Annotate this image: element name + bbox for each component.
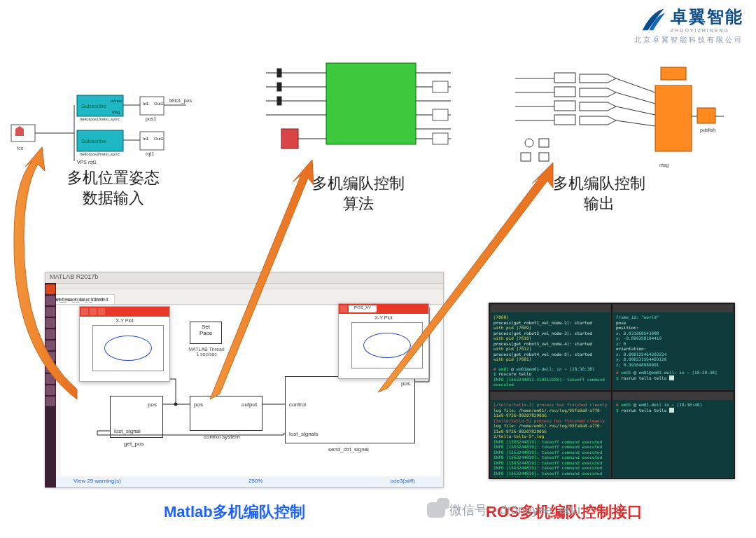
svg-line-58 — [616, 106, 655, 115]
label-algorithm: 多机编队控制算法 — [302, 174, 414, 214]
svg-rect-64 — [521, 153, 531, 161]
mini-diagram-algorithm — [266, 60, 462, 165]
svg-text:/tello/pos2/twist_sync: /tello/pos2/twist_sync — [80, 152, 120, 156]
ubuntu-launcher[interactable] — [45, 283, 56, 488]
svg-text:VPS rqt1: VPS rqt1 — [77, 160, 97, 165]
svg-rect-31 — [277, 83, 281, 91]
matlab-tabs: vel_swa_four_circle4 — [46, 289, 443, 305]
svg-line-57 — [616, 92, 655, 104]
svg-text:In1: In1 — [143, 102, 149, 106]
svg-text:Out1: Out1 — [154, 102, 164, 106]
simulink-canvas[interactable]: SetPace MATLAB Thread1 sec/sec pos lost_… — [61, 306, 440, 476]
matlab-titlebar: MATLAB R2017b — [46, 273, 443, 284]
svg-text:msg: msg — [659, 163, 668, 168]
terminal-1[interactable]: [7068] process[get_robot1_vel_node-2]: s… — [490, 304, 611, 390]
svg-rect-27 — [281, 129, 298, 149]
label-output: 多机编队控制输出 — [543, 174, 655, 214]
plot-window-2[interactable]: POS_XY X-Y Plot — [338, 303, 429, 379]
ros-screenshot: [7068] process[get_robot1_vel_node-2]: s… — [489, 303, 735, 479]
svg-rect-46 — [655, 85, 692, 151]
svg-text:Subscribe: Subscribe — [81, 138, 106, 144]
svg-text:In1: In1 — [143, 137, 149, 141]
svg-rect-33 — [277, 97, 281, 105]
svg-rect-50 — [554, 101, 575, 111]
logo-en: ZHUOYIZHINENG — [671, 28, 743, 33]
svg-rect-42 — [433, 81, 448, 92]
svg-rect-45 — [661, 67, 686, 80]
wechat-watermark: 微信号：droneyee_edu — [427, 502, 580, 518]
logo-subtitle: 北京卓翼智能科技有限公司 — [634, 35, 743, 45]
footer-matlab: Matlab多机编队控制 — [164, 502, 305, 523]
svg-rect-63 — [539, 139, 549, 147]
svg-rect-26 — [326, 63, 416, 144]
svg-point-62 — [525, 139, 533, 147]
svg-rect-13 — [140, 97, 164, 115]
svg-text:publish: publish — [700, 127, 715, 133]
svg-rect-48 — [554, 73, 575, 83]
svg-rect-29 — [277, 69, 281, 77]
svg-text:pos1: pos1 — [146, 116, 156, 122]
svg-text:isNew: isNew — [111, 99, 122, 103]
terminal-2[interactable]: frame_id: "world" pose position: x: 0.03… — [612, 304, 734, 390]
ubuntu-icon[interactable] — [46, 284, 55, 294]
svg-line-56 — [616, 78, 655, 92]
svg-text:rqt1: rqt1 — [146, 151, 154, 157]
wechat-icon — [427, 502, 445, 518]
matlab-screenshot: MATLAB R2017b vel_swa_four_circle4 ▸ vel… — [45, 272, 444, 488]
svg-text:tello1_pos: tello1_pos — [169, 98, 192, 104]
svg-text:Out1: Out1 — [154, 137, 164, 141]
logo-wing-icon — [640, 6, 666, 33]
logo-cn: 卓翼智能 — [671, 6, 743, 28]
plot-window-1[interactable]: X-Y Plot — [79, 306, 170, 382]
svg-rect-44 — [433, 133, 448, 144]
svg-rect-17 — [140, 132, 164, 150]
label-input: 多机位置姿态数据输入 — [57, 168, 169, 208]
svg-text:/tello/pos1/twist_sync: /tello/pos1/twist_sync — [80, 117, 120, 121]
brand-logo: 卓翼智能 ZHUOYIZHINENG — [640, 6, 743, 33]
svg-rect-49 — [554, 87, 575, 97]
svg-text:Msg: Msg — [112, 110, 120, 114]
terminal-4[interactable]: # em01 @ em01-dell in ~ [18:30:40] $ ros… — [612, 392, 734, 478]
svg-line-59 — [616, 120, 655, 126]
svg-text:fcn: fcn — [17, 146, 23, 151]
svg-rect-51 — [554, 115, 575, 125]
wechat-text: 微信号：droneyee_edu — [449, 502, 580, 518]
svg-rect-65 — [539, 153, 549, 161]
matlab-status-bar: View 29 warning(s)250%ode3(stiff) — [46, 477, 443, 487]
mini-diagram-output: msg publish — [515, 64, 725, 170]
svg-text:Subscribe: Subscribe — [81, 103, 106, 109]
svg-rect-43 — [433, 109, 448, 120]
svg-rect-47 — [697, 108, 715, 123]
terminal-3[interactable]: [/tello/tello-1] process has finished cl… — [490, 392, 611, 478]
